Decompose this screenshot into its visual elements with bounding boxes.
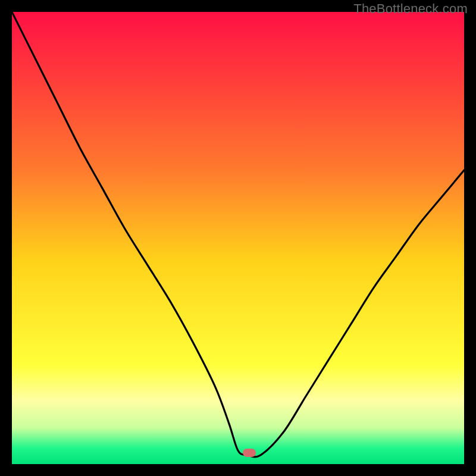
chart-svg xyxy=(12,12,464,464)
optimal-marker xyxy=(243,449,256,457)
chart-frame: TheBottleneck.com xyxy=(0,0,476,476)
watermark-text: TheBottleneck.com xyxy=(353,1,468,17)
plot-area xyxy=(12,12,464,464)
gradient-background xyxy=(12,12,464,464)
